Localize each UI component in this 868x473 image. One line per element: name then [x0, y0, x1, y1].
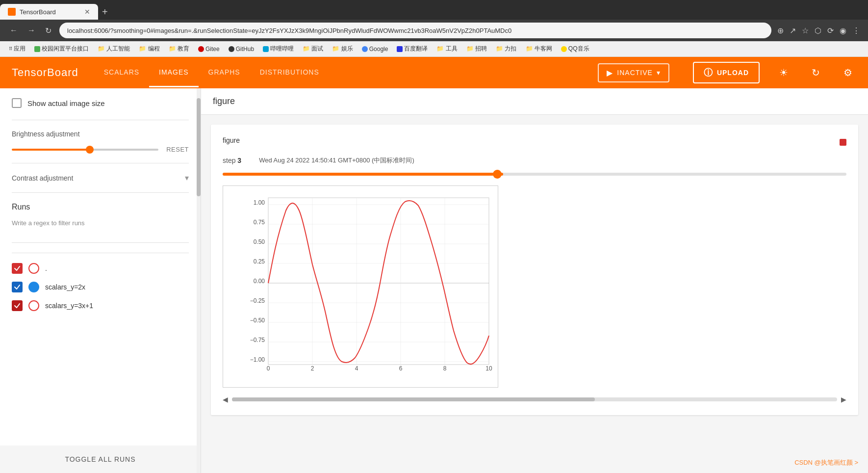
- refresh-button[interactable]: ↻: [808, 63, 824, 82]
- bookmark-qqmusic[interactable]: QQ音乐: [558, 44, 592, 54]
- brightness-slider[interactable]: [12, 149, 158, 151]
- bookmark-interview[interactable]: 📁 面试: [300, 44, 326, 54]
- bookmark-gitee[interactable]: Gitee: [195, 45, 223, 53]
- svg-text:0.75: 0.75: [254, 219, 265, 226]
- upload-button[interactable]: ⓘ UPLOAD: [693, 62, 760, 83]
- run-color-scalars3x1[interactable]: [28, 300, 39, 311]
- scroll-thumb: [232, 397, 595, 401]
- checkmark-icon: [14, 284, 21, 290]
- tab-distributions[interactable]: DISTRIBUTIONS: [250, 58, 329, 87]
- image-card: figure step 3 Wed Aug 24 2022 14:50:41 G…: [211, 125, 858, 415]
- settings-button[interactable]: ⚙: [840, 63, 856, 82]
- main-panel[interactable]: figure figure step 3 Wed Aug 24 2022 14:…: [201, 88, 868, 473]
- scroll-left-button[interactable]: ◀: [223, 395, 228, 403]
- bookmark-entertainment[interactable]: 📁 娱乐: [329, 44, 356, 54]
- runs-section: Runs Write a regex to filter runs .: [12, 203, 189, 311]
- tab-title: TensorBoard: [20, 8, 80, 16]
- toggle-all-runs-button[interactable]: TOGGLE ALL RUNS: [0, 446, 201, 473]
- run-item-dot: .: [12, 263, 189, 274]
- svg-text:0.00: 0.00: [254, 278, 265, 285]
- color-indicator: [840, 139, 846, 146]
- scroll-track[interactable]: [232, 397, 837, 401]
- image-card-step-row: step 3 Wed Aug 24 2022 14:50:41 GMT+0800…: [223, 156, 846, 165]
- brightness-reset-button[interactable]: RESET: [166, 146, 189, 153]
- svg-text:6: 6: [399, 365, 403, 372]
- bookmark-baidu-translate[interactable]: 百度翻译: [394, 44, 431, 54]
- url-input[interactable]: localhost:6006/?smoothing=0#images&run=.…: [59, 23, 771, 38]
- tab-graphs[interactable]: GRAPHS: [199, 58, 250, 87]
- show-actual-size-row: Show actual image size: [12, 98, 189, 108]
- runs-filter-input[interactable]: [12, 231, 189, 243]
- svg-text:10: 10: [485, 365, 492, 372]
- run-checkbox-dot[interactable]: [12, 263, 23, 274]
- bookmark-github[interactable]: GitHub: [226, 45, 257, 53]
- upload-icon: ⓘ: [704, 67, 713, 79]
- run-item-scalars3x1: scalars_y=3x+1: [12, 300, 189, 311]
- forward-button[interactable]: →: [26, 24, 37, 37]
- contrast-collapse-icon[interactable]: ▾: [185, 173, 189, 183]
- back-button[interactable]: ←: [8, 24, 20, 37]
- run-checkbox-scalars2x[interactable]: [12, 282, 23, 292]
- timeline-slider[interactable]: [223, 173, 846, 176]
- sidebar-scrollbar-thumb[interactable]: [197, 98, 201, 196]
- tab-close-button[interactable]: ✕: [84, 8, 90, 16]
- bookmark-niuke[interactable]: 📁 牛客网: [523, 44, 555, 54]
- panel-header: figure: [201, 88, 868, 115]
- run-item-scalars2x: scalars_y=2x: [12, 282, 189, 292]
- tab-scalars[interactable]: SCALARS: [94, 58, 149, 87]
- brightness-slider-row: RESET: [12, 146, 189, 153]
- sidebar-scroll[interactable]: Show actual image size Brightness adjust…: [0, 88, 201, 446]
- bookmark-coding[interactable]: 📁 编程: [136, 44, 162, 54]
- filter-divider: [12, 253, 189, 253]
- run-color-scalars2x[interactable]: [28, 282, 39, 292]
- sidebar: Show actual image size Brightness adjust…: [0, 88, 201, 473]
- new-tab-button[interactable]: +: [102, 6, 108, 18]
- timeline-fill: [223, 173, 503, 176]
- checkmark-icon: [14, 265, 21, 272]
- bookmark-tools[interactable]: 📁 工具: [434, 44, 460, 54]
- bookmark-leetcode[interactable]: 📁 力扣: [493, 44, 519, 54]
- svg-text:−0.50: −0.50: [250, 317, 265, 324]
- timeline-thumb[interactable]: [493, 170, 502, 179]
- run-label-scalars2x: scalars_y=2x: [45, 283, 85, 291]
- inactive-button[interactable]: ▶ INACTIVE ▾: [598, 63, 669, 82]
- active-tab[interactable]: TensorBoard ✕: [0, 4, 98, 20]
- show-actual-size-checkbox[interactable]: [12, 98, 22, 108]
- svg-text:0.25: 0.25: [254, 258, 265, 265]
- bookmark-apps[interactable]: ⠿ 应用: [6, 44, 28, 54]
- bookmark-edu[interactable]: 📁 教育: [166, 44, 192, 54]
- svg-text:0: 0: [267, 365, 270, 372]
- timeline-container: [223, 173, 846, 176]
- run-label-dot: .: [45, 264, 47, 272]
- run-checkbox-scalars3x1[interactable]: [12, 300, 23, 311]
- show-actual-size-label: Show actual image size: [27, 99, 105, 107]
- scroll-right-button[interactable]: ▶: [841, 395, 846, 403]
- run-label-scalars3x1: scalars_y=3x+1: [45, 302, 93, 310]
- step-label: step 3: [223, 157, 241, 164]
- menu-button[interactable]: ⋮: [852, 26, 860, 35]
- nav-tabs: SCALARS IMAGES GRAPHS DISTRIBUTIONS: [94, 58, 329, 87]
- contrast-label: Contrast adjustment: [12, 174, 73, 182]
- image-card-meta: figure: [223, 136, 846, 148]
- run-color-dot[interactable]: [28, 263, 39, 274]
- bookmark-bilibili[interactable]: 哔哩哔哩: [260, 44, 297, 54]
- zoom-button[interactable]: ⊕: [777, 26, 784, 35]
- svg-text:8: 8: [443, 365, 447, 372]
- reload-button[interactable]: ↻: [43, 24, 53, 37]
- bookmark-google[interactable]: Google: [359, 45, 391, 53]
- svg-text:−0.75: −0.75: [250, 337, 265, 343]
- share-button[interactable]: ↗: [790, 26, 796, 35]
- brightness-thumb[interactable]: [86, 146, 94, 154]
- sidebar-scrollbar-track[interactable]: [197, 88, 201, 473]
- star-button[interactable]: ☆: [802, 26, 809, 35]
- profile-button[interactable]: ◉: [840, 26, 846, 35]
- tab-images[interactable]: IMAGES: [149, 58, 198, 87]
- divider-1: [12, 120, 189, 120]
- extension-button[interactable]: ⬡: [815, 26, 821, 35]
- tab-bar: TensorBoard ✕ +: [0, 0, 868, 20]
- bookmark-ai[interactable]: 📁 人工智能: [95, 44, 133, 54]
- sync-button[interactable]: ⟳: [827, 26, 834, 35]
- theme-toggle-button[interactable]: ☀: [775, 63, 792, 82]
- bookmark-campus[interactable]: 校园闲置平台接口: [31, 44, 92, 54]
- bookmark-jobs[interactable]: 📁 招聘: [463, 44, 490, 54]
